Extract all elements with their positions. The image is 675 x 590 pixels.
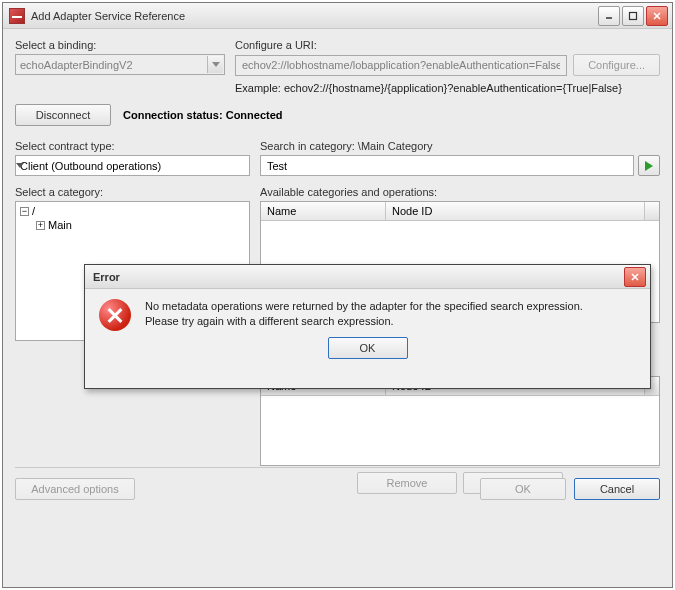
contract-section: Select contract type: bbox=[15, 140, 250, 176]
binding-combo: echoAdapterBindingV2 bbox=[15, 54, 225, 75]
available-col-name[interactable]: Name bbox=[261, 202, 386, 221]
main-titlebar: Add Adapter Service Reference bbox=[3, 3, 672, 29]
chevron-down-icon bbox=[207, 56, 223, 73]
close-button[interactable] bbox=[646, 6, 668, 26]
search-go-button[interactable] bbox=[638, 155, 660, 176]
uri-section: Configure a URI: Configure... bbox=[235, 39, 660, 76]
search-textbox[interactable] bbox=[260, 155, 634, 176]
contract-value[interactable] bbox=[16, 156, 231, 175]
binding-label: Select a binding: bbox=[15, 39, 225, 51]
error-message-line2: Please try again with a different search… bbox=[145, 314, 583, 329]
available-col-spacer bbox=[645, 202, 659, 221]
uri-example: Example: echov2://{hostname}/{applicatio… bbox=[235, 82, 660, 94]
uri-label: Configure a URI: bbox=[235, 39, 660, 51]
available-col-nodeid[interactable]: Node ID bbox=[386, 202, 645, 221]
svg-rect-1 bbox=[630, 12, 637, 19]
svg-marker-6 bbox=[645, 161, 653, 171]
error-title: Error bbox=[93, 271, 624, 283]
uri-textbox bbox=[235, 55, 567, 76]
svg-marker-4 bbox=[212, 62, 220, 67]
cancel-button[interactable]: Cancel bbox=[574, 478, 660, 500]
search-label: Search in category: \Main Category bbox=[260, 140, 660, 152]
top-row: Select a binding: echoAdapterBindingV2 C… bbox=[15, 39, 660, 76]
configure-button[interactable]: Configure... bbox=[573, 54, 660, 76]
chevron-down-icon[interactable] bbox=[16, 163, 24, 168]
advanced-options-button[interactable]: Advanced options bbox=[15, 478, 135, 500]
error-footer: OK bbox=[85, 337, 650, 368]
error-titlebar: Error bbox=[85, 265, 650, 289]
available-list-header: Name Node ID bbox=[261, 202, 659, 221]
window-title: Add Adapter Service Reference bbox=[31, 10, 598, 22]
search-section: Search in category: \Main Category bbox=[260, 140, 660, 176]
error-dialog: Error No metadata operations were return… bbox=[84, 264, 651, 389]
minimize-button[interactable] bbox=[598, 6, 620, 26]
error-close-button[interactable] bbox=[624, 267, 646, 287]
tree-child-label: Main bbox=[48, 219, 72, 231]
connection-status-value: Connected bbox=[226, 109, 283, 121]
tree-child[interactable]: + Main bbox=[34, 218, 247, 232]
maximize-button[interactable] bbox=[622, 6, 644, 26]
collapse-icon[interactable]: − bbox=[20, 207, 29, 216]
connection-status-label: Connection status: bbox=[123, 109, 223, 121]
error-message-line1: No metadata operations were returned by … bbox=[145, 299, 583, 314]
binding-section: Select a binding: echoAdapterBindingV2 bbox=[15, 39, 225, 76]
window-controls bbox=[598, 6, 668, 26]
contract-search-row: Select contract type: Search in category… bbox=[15, 140, 660, 176]
uri-value bbox=[240, 58, 562, 72]
tree-root[interactable]: − / bbox=[18, 204, 247, 218]
search-arrow-icon bbox=[642, 159, 656, 173]
binding-value: echoAdapterBindingV2 bbox=[20, 59, 133, 71]
svg-marker-5 bbox=[16, 163, 24, 168]
contract-combo[interactable] bbox=[15, 155, 250, 176]
ok-button[interactable]: OK bbox=[480, 478, 566, 500]
connection-row: Disconnect Connection status: Connected bbox=[15, 104, 660, 126]
error-body: No metadata operations were returned by … bbox=[85, 289, 650, 337]
category-label: Select a category: bbox=[15, 186, 250, 198]
added-list[interactable]: Name Node ID bbox=[260, 376, 660, 466]
error-icon bbox=[99, 299, 131, 331]
footer: Advanced options OK Cancel bbox=[15, 467, 660, 500]
error-message: No metadata operations were returned by … bbox=[145, 299, 583, 329]
search-input[interactable] bbox=[265, 159, 629, 173]
error-ok-button[interactable]: OK bbox=[328, 337, 408, 359]
tree-root-label: / bbox=[32, 205, 35, 217]
available-label: Available categories and operations: bbox=[260, 186, 660, 198]
app-icon bbox=[9, 8, 25, 24]
connection-status: Connection status: Connected bbox=[123, 109, 283, 121]
contract-label: Select contract type: bbox=[15, 140, 250, 152]
expand-icon[interactable]: + bbox=[36, 221, 45, 230]
disconnect-button[interactable]: Disconnect bbox=[15, 104, 111, 126]
